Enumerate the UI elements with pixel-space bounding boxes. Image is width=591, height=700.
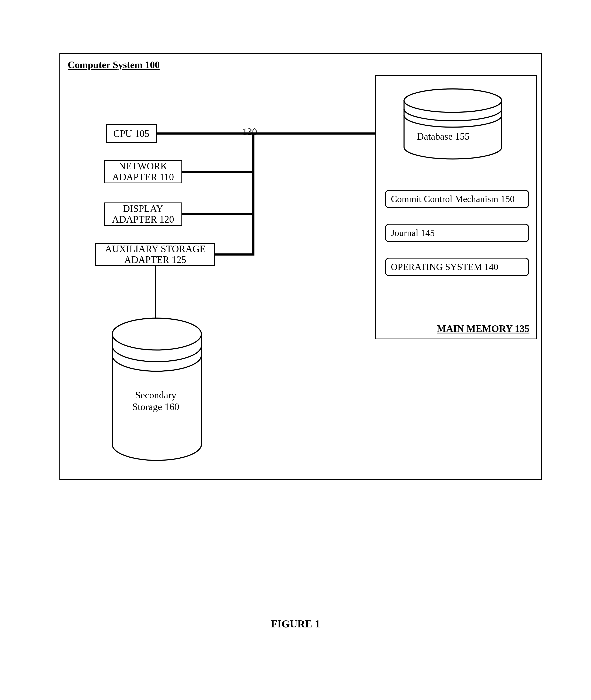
network-label-2: ADAPTER 110 xyxy=(112,172,174,183)
journal-label: Journal 145 xyxy=(391,228,435,238)
svg-point-1 xyxy=(404,89,502,112)
database-label: Database 155 xyxy=(417,131,470,142)
system-title: Computer System 100 xyxy=(68,59,160,70)
network-label-1: NETWORK xyxy=(119,161,168,172)
display-adapter-box: DISPLAY ADAPTER 120 xyxy=(104,202,182,226)
aux-to-storage-line xyxy=(155,266,156,319)
svg-point-3 xyxy=(112,318,201,350)
bus-line-aux xyxy=(215,253,254,256)
bus-line-display xyxy=(182,213,254,215)
bus-label: 130 xyxy=(241,126,259,137)
aux-label-2: ADAPTER 125 xyxy=(124,254,186,265)
secondary-storage-label: Secondary Storage 160 xyxy=(128,389,183,412)
database-cylinder-icon xyxy=(400,88,506,162)
journal-box: Journal 145 xyxy=(385,224,529,242)
operating-system-box: OPERATING SYSTEM 140 xyxy=(385,258,529,276)
commit-control-box: Commit Control Mechanism 150 xyxy=(385,190,529,208)
bus-line-vertical xyxy=(252,132,254,256)
network-adapter-box: NETWORK ADAPTER 110 xyxy=(104,160,182,183)
computer-system-frame: Computer System 100 130 CPU 105 NETWORK … xyxy=(59,53,542,480)
secondary-label-2: Storage 160 xyxy=(132,401,179,412)
aux-storage-adapter-box: AUXILIARY STORAGE ADAPTER 125 xyxy=(95,243,215,266)
bus-line-network xyxy=(182,171,254,173)
cpu-label: CPU 105 xyxy=(113,128,149,139)
secondary-label-1: Secondary xyxy=(135,390,176,400)
display-label-1: DISPLAY xyxy=(123,203,163,214)
cpu-box: CPU 105 xyxy=(106,124,157,143)
os-label: OPERATING SYSTEM 140 xyxy=(391,262,498,272)
figure-caption: FIGURE 1 xyxy=(271,618,320,630)
main-memory-label: MAIN MEMORY 135 xyxy=(437,323,529,334)
display-label-2: ADAPTER 120 xyxy=(112,214,174,225)
bus-line-main xyxy=(157,132,375,135)
aux-label-1: AUXILIARY STORAGE xyxy=(105,244,205,254)
commit-label: Commit Control Mechanism 150 xyxy=(391,194,515,204)
